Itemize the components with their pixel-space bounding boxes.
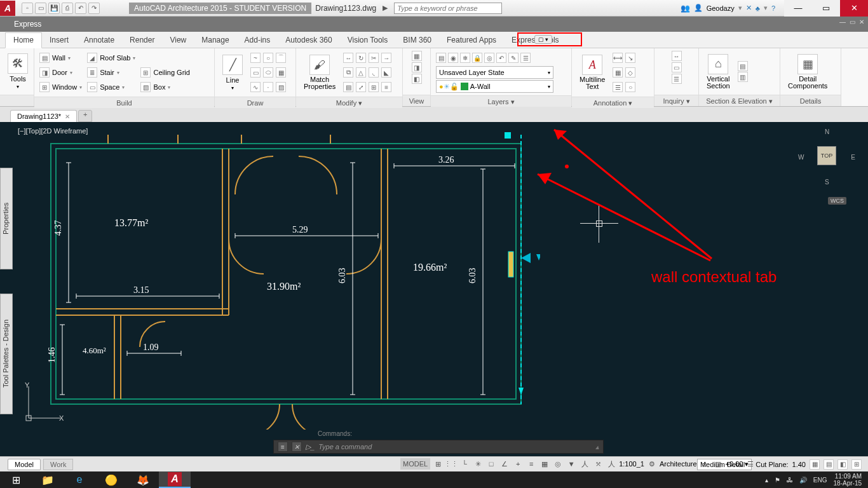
elevation-icon[interactable]: ± [699, 458, 710, 470]
tab-annotate[interactable]: Annotate [76, 33, 122, 48]
modelspace-button[interactable]: MODEL [400, 458, 430, 470]
view-top-icon[interactable]: ▦ [412, 51, 422, 61]
stair-button[interactable]: ≣Stair ▾ [87, 65, 135, 79]
otrack-toggle[interactable]: ∠ [499, 458, 510, 470]
app-logo[interactable]: A [0, 1, 15, 16]
save-icon[interactable]: 💾 [48, 3, 60, 14]
tab-autodesk360[interactable]: Autodesk 360 [278, 33, 339, 48]
tab-bim360[interactable]: BIM 360 [395, 33, 439, 48]
tray-up-icon[interactable]: ▴ [765, 477, 768, 484]
annoscale-icon[interactable]: ⤱ [592, 458, 604, 470]
workspace-icon[interactable]: ⚙ [646, 458, 658, 470]
chamfer-icon[interactable]: ◣ [381, 67, 391, 78]
model-space-tab[interactable]: Model [8, 459, 41, 470]
view-3d-icon[interactable]: ◧ [412, 74, 422, 84]
dyninput-toggle[interactable]: + [512, 458, 524, 470]
fillmode-icon[interactable]: ▨ [712, 458, 724, 470]
revision-icon[interactable]: ○ [625, 82, 635, 92]
ucs-icon[interactable]: X Y [22, 381, 67, 426]
scale-icon[interactable]: ⤢ [356, 82, 366, 92]
layerkey-icon[interactable]: ▤ [824, 459, 834, 470]
tab-addins[interactable]: Add-ins [237, 33, 278, 48]
spline-icon[interactable]: ∿ [250, 82, 261, 92]
chrome-icon[interactable]: 🟡 [95, 471, 127, 488]
redo-icon[interactable]: ↷ [88, 3, 100, 14]
doc-min-icon[interactable]: — [839, 18, 846, 25]
new-tab-button[interactable]: + [78, 110, 92, 122]
rect-icon[interactable]: ▭ [250, 67, 261, 78]
layer-freeze-icon[interactable]: ❄ [460, 53, 470, 63]
osnap-toggle[interactable]: □ [485, 458, 497, 470]
dim-icon[interactable]: ⟷ [613, 53, 623, 63]
tab-view[interactable]: View [162, 33, 194, 48]
door-button[interactable]: ◨Door ▾ [39, 65, 82, 79]
firefox-icon[interactable]: 🦊 [127, 471, 159, 488]
3dosnap-toggle[interactable]: ▼ [566, 458, 577, 470]
grid-toggle[interactable]: ⊞ [432, 458, 444, 470]
window-button[interactable]: ⊞Window ▾ [39, 80, 82, 94]
close-button[interactable]: ✕ [840, 0, 868, 17]
user-icon[interactable]: 👤 [694, 4, 703, 12]
title-arrow-icon[interactable]: ▶ [380, 4, 390, 12]
scale-label[interactable]: 人 [606, 458, 617, 470]
maximize-button[interactable]: ▭ [812, 0, 840, 17]
circle-icon[interactable]: ○ [263, 53, 273, 63]
polar-toggle[interactable]: ✳ [472, 458, 484, 470]
stretch-icon[interactable]: ▤ [343, 82, 353, 92]
offset-icon[interactable]: ≡ [381, 82, 391, 92]
help-icon[interactable]: ? [771, 4, 775, 12]
distance-icon[interactable]: ↔ [672, 51, 682, 61]
wall-button[interactable]: ▤Wall ▾ [39, 51, 82, 65]
mtext-button[interactable]: AMultiline Text [577, 53, 607, 92]
layer-walk-icon[interactable]: ☰ [520, 53, 531, 63]
roofslab-button[interactable]: ◢Roof Slab ▾ [87, 51, 135, 65]
elevation-value[interactable]: +0.00 [726, 460, 743, 468]
unit-icon[interactable]: ⊞ [851, 459, 862, 470]
rotate-icon[interactable]: ↻ [356, 53, 366, 63]
transparency-toggle[interactable]: ▦ [539, 458, 550, 470]
region-icon[interactable]: ▨ [276, 82, 286, 92]
lineweight-toggle[interactable]: ≡ [526, 458, 537, 470]
table-icon[interactable]: ▦ [613, 67, 623, 78]
username[interactable]: Geodazy [707, 4, 735, 12]
elev-icon[interactable]: ▤ [738, 61, 748, 71]
layer-match-icon[interactable]: ✎ [508, 53, 519, 63]
tray-flag-icon[interactable]: ⚑ [775, 477, 780, 484]
express-menu[interactable]: Express [14, 20, 41, 29]
fillet-icon[interactable]: ◟ [369, 67, 379, 78]
close-tab-icon[interactable]: ✕ [65, 113, 70, 120]
layer-prev-icon[interactable]: ↶ [496, 53, 506, 63]
view-iso-icon[interactable]: ◨ [412, 62, 422, 72]
layer-lock-icon[interactable]: 🔒 [472, 53, 482, 63]
minimize-button[interactable]: — [784, 0, 812, 17]
snap-toggle[interactable]: ⋮⋮ [445, 458, 457, 470]
start-button[interactable]: ⊞ [0, 471, 32, 488]
infocenter-icon[interactable]: 👥 [681, 4, 690, 13]
tray-lang[interactable]: ENG [813, 477, 827, 484]
command-line[interactable]: ≡ ✕ ▷_ Type a command ▴ [273, 440, 604, 454]
customize-icon[interactable]: ☰ [745, 458, 756, 470]
tag-icon[interactable]: ◇ [625, 67, 635, 78]
a360-icon[interactable]: ♣ [756, 4, 760, 12]
space-button[interactable]: ▭Space ▾ [87, 80, 135, 94]
replace-z-icon[interactable]: ◧ [837, 459, 848, 470]
doc-restore-icon[interactable]: ▭ [850, 18, 855, 25]
list-icon[interactable]: ☰ [672, 74, 682, 84]
ellipse-icon[interactable]: ⬭ [263, 67, 273, 78]
box-button[interactable]: ▧Box ▾ [140, 80, 189, 94]
cycling-toggle[interactable]: ◎ [552, 458, 564, 470]
arc-icon[interactable]: ⌒ [276, 53, 286, 63]
vsection-button[interactable]: ⌂Vertical Section [704, 53, 733, 91]
undo-icon[interactable]: ↶ [75, 3, 86, 14]
workspace-value[interactable]: Architecture [660, 460, 697, 468]
extend-icon[interactable]: → [381, 53, 391, 63]
scale-value[interactable]: 1:100_1 [619, 460, 644, 468]
leader-icon[interactable]: ↘ [625, 53, 635, 63]
work-layout-tab[interactable]: Work [43, 459, 73, 470]
drawing-canvas[interactable]: Properties Tool Palettes - Design [−][To… [0, 122, 868, 456]
tab-render[interactable]: Render [122, 33, 162, 48]
cutplane-value[interactable]: 1.40 [792, 461, 806, 468]
autocad-taskbar-icon[interactable]: A [159, 471, 191, 488]
move-icon[interactable]: ↔ [343, 53, 353, 63]
cmd-recent-icon[interactable]: ≡ [278, 442, 288, 452]
